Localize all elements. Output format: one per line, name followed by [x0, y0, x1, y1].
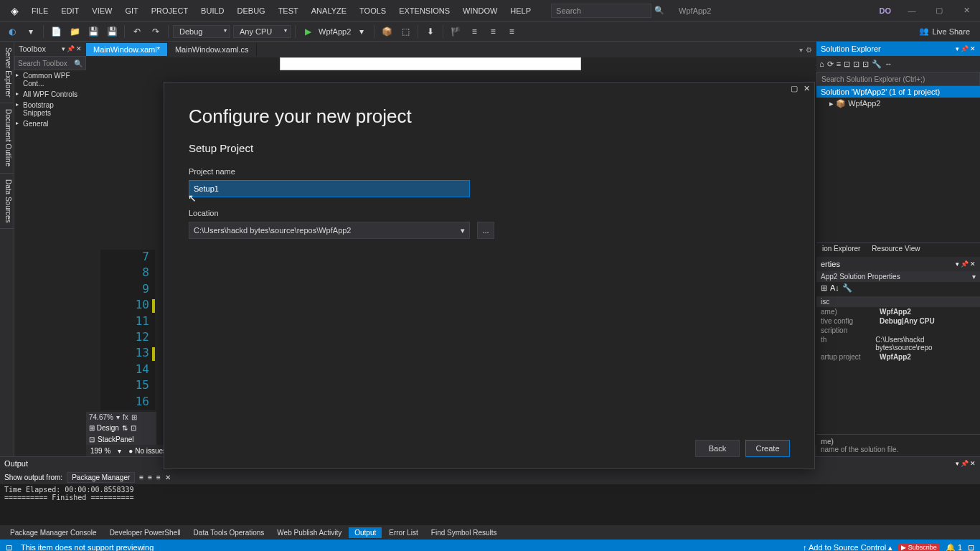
- tab-mainwindow-xaml[interactable]: MainWindow.xaml*: [86, 43, 168, 56]
- toolbox-search-input[interactable]: Search Toolbox🔍: [14, 56, 86, 70]
- undo-icon[interactable]: ↶: [129, 24, 145, 39]
- props-object[interactable]: App2 Solution Properties▾: [816, 271, 980, 282]
- solexp-tool-icon[interactable]: ⊡: [853, 60, 859, 69]
- toolbox-item[interactable]: All WPF Controls: [14, 89, 86, 100]
- issues-indicator[interactable]: ● No issues: [128, 447, 166, 455]
- menu-help[interactable]: HELP: [504, 4, 537, 18]
- output-from-dropdown[interactable]: Package Manager: [67, 472, 135, 483]
- fx-icon[interactable]: fx: [123, 413, 128, 421]
- tab-mainwindow-cs[interactable]: MainWindow.xaml.cs: [168, 43, 257, 56]
- menu-tools[interactable]: TOOLS: [354, 4, 392, 18]
- solexp-tool-icon[interactable]: 🔧: [872, 60, 882, 69]
- vtab-document-outline[interactable]: Document Outline: [0, 103, 14, 173]
- output-tool-icon[interactable]: ≡: [139, 474, 143, 481]
- prop-row[interactable]: artup projectWpfApp2: [816, 352, 980, 362]
- tool-icon-4[interactable]: 🏴: [448, 24, 463, 39]
- prop-row[interactable]: ame)WpfApp2: [816, 307, 980, 316]
- menu-project[interactable]: PROJECT: [146, 4, 194, 18]
- toolbox-close-icon[interactable]: ✕: [76, 45, 82, 52]
- forward-icon[interactable]: ▾: [23, 24, 39, 39]
- btab-webpub[interactable]: Web Publish Activity: [271, 527, 347, 538]
- solexp-search-input[interactable]: Search Solution Explorer (Ctrl+;): [816, 72, 980, 86]
- save-icon[interactable]: 💾: [85, 24, 101, 39]
- search-icon[interactable]: 🔍: [654, 6, 664, 15]
- props-pin-icon[interactable]: 📌: [961, 260, 969, 268]
- notif-icon[interactable]: 🔔 1: [946, 543, 962, 552]
- browse-button[interactable]: ...: [477, 222, 494, 239]
- menu-analyze[interactable]: ANALYZE: [306, 4, 352, 18]
- start-icon[interactable]: ▶: [300, 24, 316, 39]
- toolbox-dd-icon[interactable]: ▾: [62, 45, 65, 52]
- toolbox-pin-icon[interactable]: 📌: [67, 45, 75, 52]
- vtab-data-sources[interactable]: Data Sources: [0, 174, 14, 230]
- platform-dropdown[interactable]: Any CPU: [233, 25, 291, 38]
- solexp-pin-icon[interactable]: 📌: [961, 45, 969, 52]
- menu-extensions[interactable]: EXTENSIONS: [393, 4, 456, 18]
- saveall-icon[interactable]: 💾: [104, 24, 120, 39]
- menu-view[interactable]: VIEW: [86, 4, 118, 18]
- solexp-tool-icon[interactable]: ⟳: [827, 60, 834, 69]
- swap-icon[interactable]: ⇅: [122, 424, 128, 432]
- output-tool-icon[interactable]: ≡: [148, 474, 152, 481]
- props-cat-icon[interactable]: ⊞: [821, 283, 827, 295]
- prop-row[interactable]: tive configDebug|Any CPU: [816, 316, 980, 326]
- vtab-server-explorer[interactable]: Server Explorer: [0, 42, 14, 103]
- resview-tab[interactable]: Resource View: [866, 243, 925, 257]
- btab-datatools[interactable]: Data Tools Operations: [188, 527, 270, 538]
- xaml-icon[interactable]: ⊡: [131, 424, 136, 432]
- startup-dd-icon[interactable]: ▾: [354, 24, 369, 39]
- titlebar-search-input[interactable]: Search: [551, 4, 651, 18]
- source-control-button[interactable]: ↑ Add to Source Control ▴: [803, 543, 892, 552]
- location-input[interactable]: C:\Users\hackd bytes\source\repos\WpfApp…: [189, 222, 470, 239]
- solexp-tool-icon[interactable]: ⊡: [844, 60, 850, 69]
- tool-icon-6[interactable]: ≡: [485, 24, 501, 39]
- toolbox-item[interactable]: Bootstrap Snippets: [14, 100, 86, 118]
- solexp-tool-icon[interactable]: ⊡: [862, 60, 869, 69]
- props-category[interactable]: isc: [816, 296, 980, 307]
- btab-errorlist[interactable]: Error List: [383, 527, 424, 538]
- tool-icon-2[interactable]: ⬚: [397, 24, 413, 39]
- btab-pkgmgr[interactable]: Package Manager Console: [4, 527, 103, 538]
- output-tool-icon[interactable]: ≡: [156, 474, 161, 481]
- design-surface[interactable]: [280, 57, 581, 70]
- design-tab[interactable]: ⊞ Design: [89, 424, 119, 432]
- tool-icon-3[interactable]: ⬇: [423, 24, 438, 39]
- menu-git[interactable]: GIT: [119, 4, 143, 18]
- props-dd-icon[interactable]: ▾: [956, 260, 959, 268]
- btab-devps[interactable]: Developer PowerShell: [104, 527, 187, 538]
- tool-icon-7[interactable]: ≡: [504, 24, 519, 39]
- dialog-close-icon[interactable]: ✕: [804, 84, 810, 94]
- startup-project[interactable]: WpfApp2: [319, 27, 351, 36]
- tool-icon-5[interactable]: ≡: [466, 24, 482, 39]
- subscribe-badge[interactable]: ▶ Subscribe: [898, 544, 940, 551]
- project-node[interactable]: ▸ 📦 WpfApp2: [816, 98, 980, 110]
- zoom2-value[interactable]: 199 %: [90, 447, 110, 455]
- grid-icon[interactable]: ⊞: [131, 413, 137, 421]
- output-content[interactable]: Time Elapsed: 00:00:00.8558339 =========…: [0, 484, 980, 525]
- menu-window[interactable]: WINDOW: [457, 4, 503, 18]
- redo-icon[interactable]: ↷: [148, 24, 164, 39]
- menu-edit[interactable]: EDIT: [55, 4, 85, 18]
- chevron-down-icon[interactable]: ▾: [461, 226, 465, 235]
- solexp-tool-icon[interactable]: ↔: [885, 60, 892, 68]
- toolbox-item[interactable]: General: [14, 118, 86, 129]
- dialog-max-icon[interactable]: ▢: [791, 84, 798, 94]
- solution-node[interactable]: Solution 'WpfApp2' (1 of 1 project): [816, 86, 980, 98]
- output-dd-icon[interactable]: ▾: [956, 460, 959, 467]
- toolbox-item[interactable]: Common WPF Cont...: [14, 70, 86, 89]
- new-icon[interactable]: 📄: [48, 24, 64, 39]
- props-close-icon[interactable]: ✕: [970, 260, 976, 268]
- back-icon[interactable]: ◐: [4, 24, 20, 39]
- minimize-icon[interactable]: —: [901, 4, 923, 18]
- zoom-value[interactable]: 74.67%: [89, 413, 113, 421]
- tool-icon-1[interactable]: 📦: [379, 24, 395, 39]
- live-share-button[interactable]: 👥 Live Share: [913, 25, 976, 37]
- output-tool-icon[interactable]: ✕: [165, 474, 171, 481]
- btab-findsym[interactable]: Find Symbol Results: [425, 527, 503, 538]
- open-icon[interactable]: 📁: [67, 24, 83, 39]
- config-dropdown[interactable]: Debug: [173, 25, 230, 38]
- user-badge[interactable]: DO: [875, 5, 896, 17]
- menu-debug[interactable]: DEBUG: [232, 4, 271, 18]
- solexp-tool-icon[interactable]: ≡: [837, 60, 841, 68]
- close-icon[interactable]: ✕: [956, 4, 977, 18]
